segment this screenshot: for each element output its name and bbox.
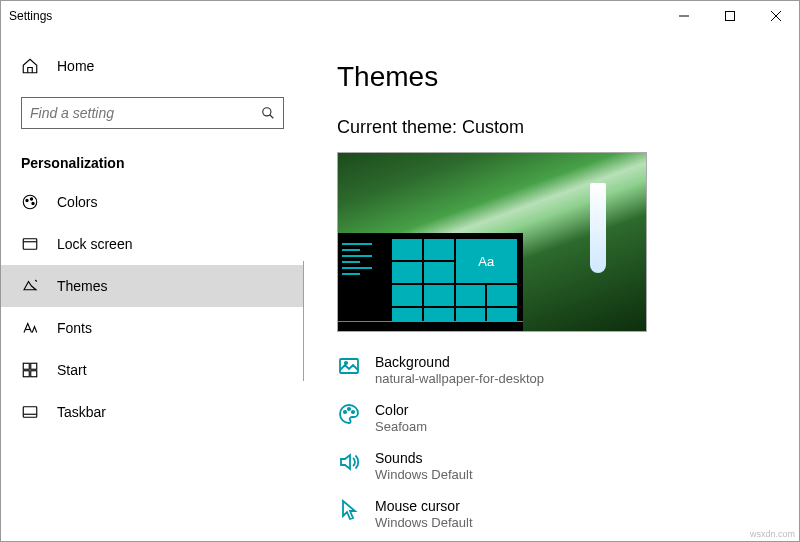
svg-rect-16: [340, 359, 358, 373]
preview-start-menu: Aa: [338, 233, 523, 331]
svg-point-4: [263, 108, 271, 116]
sidebar-item-label: Start: [57, 362, 87, 378]
svg-point-7: [26, 199, 28, 201]
theme-preview[interactable]: Aa: [337, 152, 647, 332]
setting-label: Background: [375, 354, 544, 370]
setting-label: Color: [375, 402, 427, 418]
setting-value: Seafoam: [375, 419, 427, 434]
svg-point-18: [344, 411, 346, 413]
svg-line-5: [270, 115, 274, 119]
svg-rect-11: [23, 363, 29, 369]
home-link[interactable]: Home: [1, 47, 304, 85]
close-icon: [771, 11, 781, 21]
search-box[interactable]: [21, 97, 284, 129]
close-button[interactable]: [753, 1, 799, 31]
sidebar-item-start[interactable]: Start: [1, 349, 304, 391]
minimize-button[interactable]: [661, 1, 707, 31]
sidebar-item-label: Taskbar: [57, 404, 106, 420]
setting-value: natural-wallpaper-for-desktop: [375, 371, 544, 386]
preview-taskbar: [338, 321, 523, 331]
sidebar-item-colors[interactable]: Colors: [1, 181, 304, 223]
sidebar-item-label: Colors: [57, 194, 97, 210]
maximize-icon: [725, 11, 735, 21]
sidebar-item-themes[interactable]: Themes: [1, 265, 304, 307]
home-label: Home: [57, 58, 94, 74]
svg-rect-10: [23, 239, 37, 250]
window-controls: [661, 1, 799, 31]
taskbar-icon: [21, 403, 39, 421]
svg-rect-15: [23, 407, 37, 418]
themes-icon: [21, 277, 39, 295]
search-input[interactable]: [30, 105, 238, 121]
fonts-icon: [21, 319, 39, 337]
sidebar-item-label: Themes: [57, 278, 108, 294]
svg-rect-12: [31, 363, 37, 369]
setting-mouse-cursor[interactable]: Mouse cursor Windows Default: [337, 498, 767, 530]
svg-point-9: [32, 202, 34, 204]
setting-value: Windows Default: [375, 467, 473, 482]
search-icon: [261, 106, 275, 120]
sidebar-item-fonts[interactable]: Fonts: [1, 307, 304, 349]
minimize-icon: [679, 11, 689, 21]
sidebar: Home Personalization Colors Lock screen …: [1, 31, 305, 541]
lock-screen-icon: [21, 235, 39, 253]
cursor-icon: [337, 498, 361, 522]
svg-point-19: [348, 408, 350, 410]
svg-rect-14: [31, 371, 37, 377]
setting-sounds[interactable]: Sounds Windows Default: [337, 450, 767, 482]
palette-icon: [337, 402, 361, 426]
setting-label: Mouse cursor: [375, 498, 473, 514]
main-pane: Themes Current theme: Custom Aa: [305, 31, 799, 541]
setting-color[interactable]: Color Seafoam: [337, 402, 767, 434]
section-heading: Personalization: [1, 141, 304, 181]
preview-aa-tile: Aa: [456, 239, 518, 283]
current-theme-heading: Current theme: Custom: [337, 117, 767, 138]
window-title: Settings: [9, 9, 52, 23]
page-title: Themes: [337, 61, 767, 93]
watermark: wsxdn.com: [750, 529, 795, 539]
home-icon: [21, 57, 39, 75]
svg-point-20: [352, 411, 354, 413]
svg-point-8: [30, 198, 32, 200]
sidebar-item-label: Lock screen: [57, 236, 132, 252]
sidebar-item-label: Fonts: [57, 320, 92, 336]
sidebar-item-taskbar[interactable]: Taskbar: [1, 391, 304, 433]
setting-value: Windows Default: [375, 515, 473, 530]
maximize-button[interactable]: [707, 1, 753, 31]
speaker-icon: [337, 450, 361, 474]
picture-icon: [337, 354, 361, 378]
sidebar-item-lock-screen[interactable]: Lock screen: [1, 223, 304, 265]
colors-icon: [21, 193, 39, 211]
wallpaper-waterfall: [590, 183, 606, 273]
svg-point-6: [23, 195, 37, 209]
start-icon: [21, 361, 39, 379]
setting-label: Sounds: [375, 450, 473, 466]
svg-rect-1: [726, 12, 735, 21]
setting-background[interactable]: Background natural-wallpaper-for-desktop: [337, 354, 767, 386]
svg-point-17: [345, 362, 347, 364]
svg-rect-13: [23, 371, 29, 377]
